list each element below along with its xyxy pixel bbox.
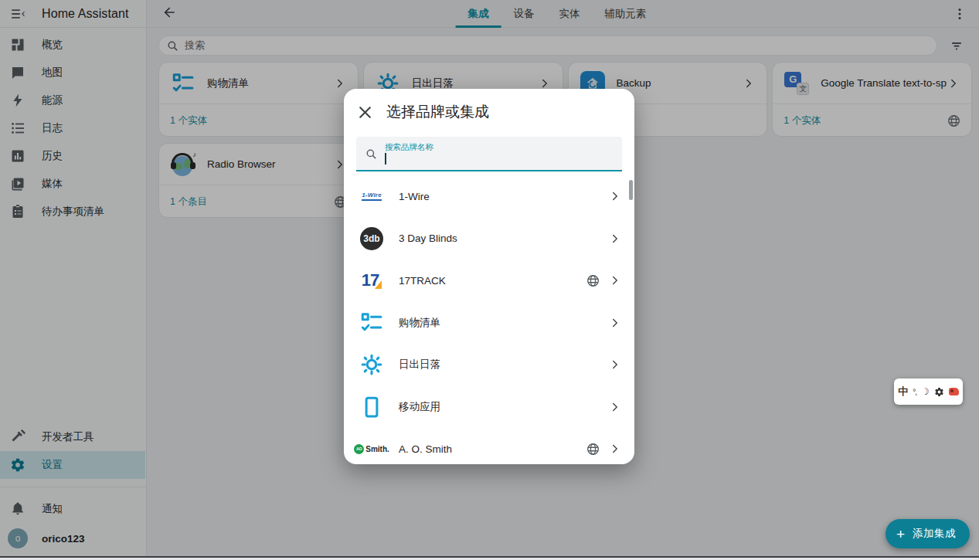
home-assistant-app: Home Assistant 概览 地图 能源 日志 历史 (0, 0, 979, 560)
chevron-right-icon (608, 400, 622, 414)
ime-language-toggle[interactable]: 中 (898, 385, 908, 399)
ao-smith-logo: AOSmith. (356, 444, 387, 454)
chevron-right-icon (608, 232, 622, 246)
shopping-list-icon (356, 311, 387, 334)
brand-row-mobile-app[interactable]: 移动应用 (344, 386, 634, 429)
ime-app-icon[interactable] (949, 388, 959, 395)
text-cursor (385, 153, 386, 165)
dialog-scrollbar[interactable] (629, 180, 633, 200)
ime-toolbar: 中 °, ☽ (894, 378, 963, 405)
search-icon (365, 148, 377, 160)
sun-icon (356, 353, 387, 376)
chevron-right-icon (608, 442, 622, 456)
chevron-right-icon (608, 358, 622, 372)
brand-row-17track[interactable]: 17 17TRACK (344, 260, 634, 302)
ime-fullwidth-toggle[interactable]: ☽ (921, 386, 930, 397)
ime-punctuation-toggle[interactable]: °, (913, 388, 916, 396)
1-wire-logo: 1-Wire (356, 192, 387, 201)
chevron-right-icon (608, 189, 622, 203)
brand-search-field[interactable]: 搜索品牌名称 (356, 137, 622, 171)
mobile-app-icon (356, 395, 387, 419)
brand-row-ao-smith[interactable]: AOSmith. A. O. Smith (344, 428, 634, 464)
close-icon[interactable] (357, 104, 373, 120)
plus-icon: + (896, 527, 905, 541)
documentation-globe-icon[interactable] (586, 443, 600, 456)
chevron-right-icon (608, 273, 622, 287)
brand-row-shopping-list[interactable]: 购物清单 (344, 302, 634, 344)
brand-row-1-wire[interactable]: 1-Wire 1-Wire (344, 175, 634, 218)
brand-row-sun[interactable]: 日出日落 (344, 344, 634, 386)
documentation-globe-icon[interactable] (586, 274, 600, 287)
add-integration-button[interactable]: + 添加集成 (886, 519, 970, 548)
3-day-blinds-logo: 3db (356, 227, 387, 250)
dialog-title: 选择品牌或集成 (386, 102, 489, 122)
add-integration-dialog: 选择品牌或集成 搜索品牌名称 1-Wire 1-Wire 3db 3 Day B… (344, 89, 634, 464)
chevron-right-icon (608, 316, 622, 330)
ime-settings-icon[interactable] (934, 387, 944, 397)
brand-row-3-day-blinds[interactable]: 3db 3 Day Blinds (344, 218, 634, 260)
17track-logo: 17 (356, 272, 387, 289)
brand-list: 1-Wire 1-Wire 3db 3 Day Blinds 17 17TRAC… (344, 175, 634, 464)
search-field-label: 搜索品牌名称 (385, 142, 433, 152)
